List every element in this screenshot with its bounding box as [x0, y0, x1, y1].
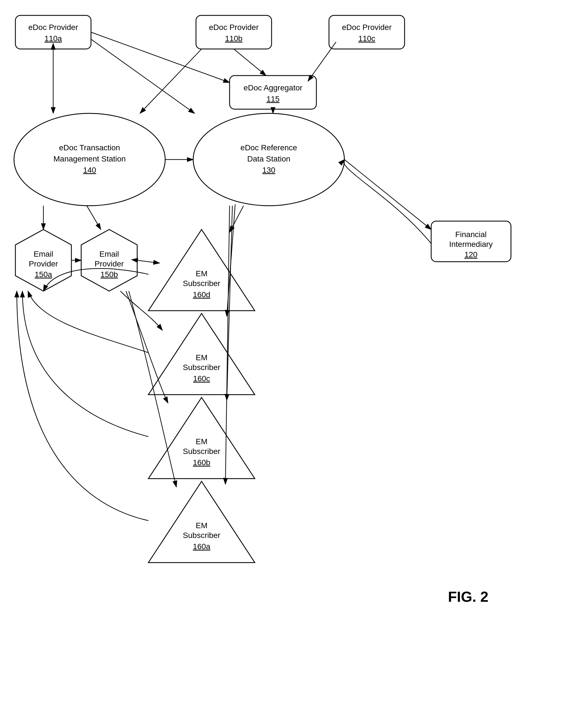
- sublabel-financial-intermediary-120: 120: [464, 250, 478, 259]
- label-em-subscriber-160bb: Subscriber: [183, 447, 220, 456]
- sublabel-edoc-provider-110a: 110a: [45, 34, 62, 43]
- label-edoc-reference-130b: Data Station: [247, 155, 290, 163]
- arrow-110c-to-115: [308, 42, 336, 81]
- label-email-provider-150a: Email: [33, 250, 53, 258]
- sublabel-edoc-transaction-140: 140: [83, 166, 96, 174]
- label-em-subscriber-160ab: Subscriber: [183, 531, 220, 540]
- label-edoc-aggregator-115: eDoc Aggregator: [243, 83, 302, 92]
- sublabel-edoc-reference-130: 130: [262, 166, 276, 174]
- label-financial-intermediary-120b: Intermediary: [449, 240, 493, 249]
- sublabel-edoc-provider-110c: 110c: [358, 34, 375, 43]
- sublabel-edoc-provider-110b: 110b: [225, 34, 242, 43]
- sublabel-em-subscriber-160d: 160d: [193, 290, 210, 299]
- label-em-subscriber-160a: EM: [196, 521, 207, 530]
- sublabel-em-subscriber-160c: 160c: [193, 374, 210, 383]
- node-edoc-provider-110b: [196, 15, 272, 49]
- sublabel-em-subscriber-160b: 160b: [193, 458, 210, 467]
- label-email-provider-150b: Email: [99, 250, 119, 258]
- label-edoc-transaction-140: eDoc Transaction: [59, 143, 120, 152]
- label-edoc-transaction-140b: Management Station: [54, 155, 126, 163]
- label-email-provider-150bb: Provider: [95, 259, 124, 268]
- arrow-110a-to-130: [91, 39, 195, 113]
- node-edoc-provider-110a: [15, 15, 91, 49]
- label-em-subscriber-160c: EM: [196, 353, 207, 362]
- label-edoc-provider-110c: eDoc Provider: [342, 23, 391, 31]
- label-em-subscriber-160cb: Subscriber: [183, 363, 220, 372]
- label-em-subscriber-160d: EM: [196, 269, 207, 278]
- diagram-container: eDoc Provider 110a eDoc Provider 110b eD…: [0, 0, 572, 728]
- label-em-subscriber-160b: EM: [196, 437, 207, 446]
- label-edoc-reference-130: eDoc Reference: [240, 143, 297, 152]
- arrow-150b-to-160d: [137, 260, 160, 263]
- label-edoc-provider-110b: eDoc Provider: [209, 23, 259, 31]
- arrow-160a-to-150a: [17, 291, 148, 520]
- sublabel-email-provider-150b: 150b: [100, 270, 118, 279]
- node-edoc-provider-110c: [329, 15, 405, 49]
- label-edoc-provider-110a: eDoc Provider: [28, 23, 78, 31]
- sublabel-email-provider-150a: 150a: [35, 270, 52, 279]
- figure-label: FIG. 2: [448, 589, 488, 605]
- arrow-130-to-120: [344, 160, 431, 230]
- sublabel-edoc-aggregator-115: 115: [267, 95, 280, 103]
- node-edoc-aggregator-115: [230, 76, 316, 109]
- label-financial-intermediary-120: Financial: [455, 230, 487, 239]
- label-em-subscriber-160db: Subscriber: [183, 279, 220, 288]
- arrow-160b-to-150a: [22, 291, 148, 436]
- arrow-120-to-130: [344, 160, 431, 244]
- label-email-provider-150ab: Provider: [29, 259, 58, 268]
- arrow-140-to-150b: [87, 206, 101, 230]
- arrow-110b-to-115: [234, 49, 266, 76]
- sublabel-em-subscriber-160a: 160a: [193, 542, 211, 551]
- main-diagram-svg: eDoc Provider 110a eDoc Provider 110b eD…: [0, 0, 572, 728]
